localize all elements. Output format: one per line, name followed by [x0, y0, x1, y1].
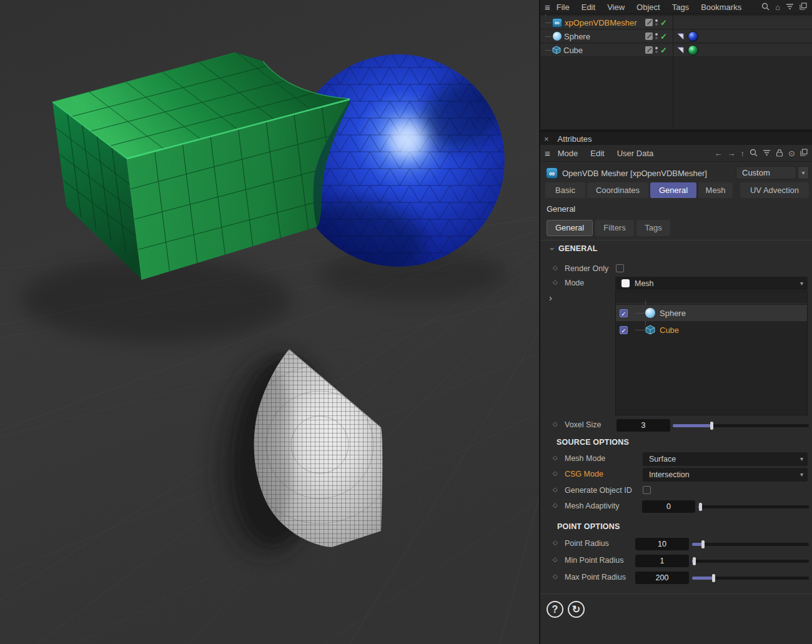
source-objects-list[interactable]: ✓ Sphere ✓ Cube [615, 291, 808, 415]
tab-basic[interactable]: Basic [545, 182, 585, 198]
mesh-adaptivity-slider[interactable] [698, 505, 809, 508]
object-row-cube[interactable]: Cube ✓ [540, 44, 812, 57]
enabled-check-icon[interactable]: ✓ [660, 46, 667, 55]
csg-mode-label: CSG Mode [565, 470, 603, 478]
min-point-radius-slider[interactable] [692, 560, 809, 563]
layer-toggle-icon[interactable] [645, 32, 653, 40]
menu-bookmarks[interactable]: Bookmarks [701, 2, 741, 12]
diamond-bullet: ◇ [553, 539, 558, 546]
forward-icon[interactable]: → [728, 149, 736, 157]
search-icon[interactable] [761, 2, 770, 12]
layer-toggle-icon[interactable] [645, 19, 653, 26]
point-options-header: POINT OPTIONS [557, 522, 620, 531]
sphere-checkbox[interactable]: ✓ [620, 309, 628, 317]
preset-dropdown-arrow[interactable]: ▾ [798, 166, 809, 179]
up-icon[interactable]: ↑ [741, 149, 745, 157]
menu-object[interactable]: Object [636, 2, 660, 12]
close-icon[interactable]: × [544, 134, 549, 144]
filter-icon[interactable] [763, 149, 771, 157]
expander-icon[interactable]: › [549, 292, 552, 303]
min-point-radius-input[interactable]: 1 [635, 555, 689, 567]
menu-file[interactable]: File [557, 2, 570, 12]
reset-icon[interactable]: ↻ [568, 601, 585, 618]
visibility-dots[interactable] [655, 33, 658, 39]
enabled-check-icon[interactable]: ✓ [660, 18, 667, 27]
menu-edit[interactable]: Edit [590, 149, 604, 158]
source-options-header: SOURCE OPTIONS [557, 438, 629, 447]
visibility-dots[interactable] [655, 47, 658, 53]
object-manager: ∞ xpOpenVDBMesher ✓ Sphere ✓ [540, 14, 812, 129]
material-tag-blue[interactable] [688, 31, 698, 42]
diamond-bullet: ◇ [553, 556, 558, 563]
menu-mode[interactable]: Mode [558, 149, 578, 158]
tab-uv-advection[interactable]: UV Advection [740, 182, 809, 198]
object-row-xpopenvdbmesher[interactable]: ∞ xpOpenVDBMesher ✓ [540, 16, 812, 29]
viewport-3d[interactable] [0, 0, 539, 644]
subtab-general[interactable]: General [547, 220, 593, 236]
attributes-titlebar[interactable]: × Attributes [540, 132, 812, 145]
search-icon[interactable] [750, 149, 758, 158]
diamond-bullet: ◇ [553, 264, 558, 271]
layer-toggle-icon[interactable] [645, 46, 653, 54]
object-name[interactable]: xpOpenVDBMesher [565, 18, 637, 27]
list-item-sphere[interactable]: ✓ Sphere [616, 305, 807, 321]
hamburger-menu-icon[interactable]: ≡ [545, 148, 550, 159]
voxel-size-slider[interactable] [673, 424, 809, 427]
detach-window-icon[interactable] [800, 149, 808, 157]
phong-tag-icon[interactable] [676, 46, 685, 54]
detach-window-icon[interactable] [800, 2, 807, 11]
dropdown-arrow-icon: ▾ [800, 277, 803, 290]
filter-icon[interactable] [786, 3, 794, 11]
cube-object-icon [645, 325, 655, 335]
point-radius-slider[interactable] [692, 543, 809, 546]
chevron-down-icon[interactable]: › [548, 246, 557, 252]
general-group-header[interactable]: GENERAL [558, 244, 598, 253]
attributes-toolbar: ≡ Mode Edit User Data ← → ↑ ⊙ [540, 145, 812, 162]
tab-coordinates[interactable]: Coordinates [587, 182, 648, 198]
visibility-dots[interactable] [655, 19, 658, 26]
home-icon[interactable]: ⌂ [775, 3, 780, 11]
preset-dropdown[interactable]: Custom [736, 166, 796, 179]
mesh-mode-dropdown[interactable]: Surface▾ [643, 452, 808, 466]
mode-dropdown[interactable]: Mesh▾ [615, 277, 808, 290]
enabled-check-icon[interactable]: ✓ [660, 32, 667, 41]
menu-tags[interactable]: Tags [672, 2, 689, 12]
menu-view[interactable]: View [607, 2, 625, 12]
material-tag-green[interactable] [688, 45, 698, 56]
voxel-size-input[interactable]: 3 [616, 419, 670, 432]
lock-icon[interactable] [776, 149, 783, 158]
hamburger-menu-icon[interactable]: ≡ [545, 2, 550, 12]
subtab-tags[interactable]: Tags [636, 220, 670, 236]
tab-mesh[interactable]: Mesh [698, 182, 733, 198]
diamond-bullet: ◇ [553, 470, 558, 477]
list-item-cube[interactable]: ✓ Cube [616, 322, 807, 338]
menu-user-data[interactable]: User Data [617, 149, 654, 158]
generate-object-id-row: ◇ Generate Object ID [540, 484, 812, 498]
back-icon[interactable]: ← [715, 149, 723, 157]
object-name[interactable]: Sphere [564, 32, 590, 41]
point-radius-input[interactable]: 10 [635, 538, 689, 550]
cube-checkbox[interactable]: ✓ [620, 326, 628, 334]
diamond-bullet: ◇ [553, 486, 558, 493]
dropdown-arrow-icon: ▾ [800, 452, 803, 466]
min-point-radius-label: Min Point Radius [565, 556, 624, 565]
cinema4d-window: ≡ File Edit View Object Tags Bookmarks ⌂… [0, 0, 812, 644]
csg-mode-dropdown[interactable]: Intersection▾ [643, 468, 808, 482]
menu-edit[interactable]: Edit [582, 2, 595, 12]
diamond-bullet: ◇ [553, 279, 558, 285]
help-icon[interactable]: ? [547, 601, 563, 618]
openvdb-mesher-icon: ∞ [552, 18, 562, 27]
max-point-radius-input[interactable]: 200 [635, 572, 689, 584]
generate-object-id-checkbox[interactable] [643, 486, 651, 494]
column-divider[interactable] [673, 14, 673, 129]
phong-tag-icon[interactable] [676, 32, 685, 41]
object-name[interactable]: Cube [563, 46, 583, 55]
render-only-label: Render Only [565, 264, 608, 273]
tab-general[interactable]: General [650, 182, 696, 198]
mesh-adaptivity-input[interactable]: 0 [642, 500, 695, 513]
object-row-sphere[interactable]: Sphere ✓ [540, 30, 812, 43]
track-icon[interactable]: ⊙ [788, 149, 795, 157]
max-point-radius-slider[interactable] [692, 577, 809, 580]
render-only-checkbox[interactable] [616, 264, 624, 272]
subtab-filters[interactable]: Filters [595, 220, 634, 236]
